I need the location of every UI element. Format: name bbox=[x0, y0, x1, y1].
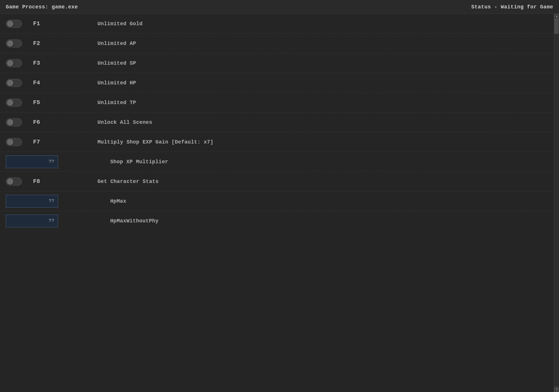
status-text: Status - Waiting for Game bbox=[471, 4, 553, 10]
cheat-row-f2: F2Unlimited AP bbox=[0, 34, 554, 53]
toggle-knob-f8 bbox=[7, 178, 13, 185]
toggle-knob-f5 bbox=[7, 99, 13, 106]
key-label-f8: F8 bbox=[28, 178, 45, 185]
input-field-hpmax-phy[interactable] bbox=[6, 215, 58, 227]
scroll-thumb[interactable] bbox=[554, 19, 558, 34]
cheat-name-f4: Unlimited HP bbox=[97, 80, 136, 86]
key-label-f4: F4 bbox=[28, 79, 45, 86]
cheat-name-hpmax: HpMax bbox=[110, 198, 126, 204]
cheat-name-f6: Unlock All Scenes bbox=[97, 119, 152, 125]
scroll-track[interactable] bbox=[554, 19, 559, 387]
input-field-hpmax[interactable] bbox=[6, 195, 58, 208]
cheat-name-f8: Get Character Stats bbox=[97, 179, 159, 184]
toggle-knob-f3 bbox=[7, 60, 13, 66]
key-label-f2: F2 bbox=[28, 40, 45, 47]
key-label-f3: F3 bbox=[28, 60, 45, 66]
toggle-f5[interactable] bbox=[6, 99, 22, 107]
cheat-name-hpmax-phy: HpMaxWithoutPhy bbox=[110, 218, 159, 224]
cheat-name-shop-xp: Shop XP Multiplier bbox=[110, 159, 168, 165]
cheat-list: F1Unlimited GoldF2Unlimited APF3Unlimite… bbox=[0, 14, 554, 392]
toggle-f4[interactable] bbox=[6, 79, 22, 87]
cheat-row-hpmax-phy: HpMaxWithoutPhy bbox=[0, 211, 554, 231]
key-label-f1: F1 bbox=[28, 20, 45, 27]
scroll-up-button[interactable]: ▲ bbox=[554, 14, 559, 19]
toggle-knob-f4 bbox=[7, 80, 13, 86]
cheat-row-f5: F5Unlimited TP bbox=[0, 93, 554, 112]
cheat-name-f3: Unlimited SP bbox=[97, 60, 136, 66]
key-label-f6: F6 bbox=[28, 119, 45, 126]
scroll-down-button[interactable]: ▼ bbox=[554, 387, 559, 392]
body-area: F1Unlimited GoldF2Unlimited APF3Unlimite… bbox=[0, 14, 559, 392]
toggle-f6[interactable] bbox=[6, 118, 22, 126]
toggle-knob-f6 bbox=[7, 119, 13, 126]
cheat-row-f7: F7Multiply Shop EXP Gain [Default: x7] bbox=[0, 132, 554, 152]
cheat-row-f3: F3Unlimited SP bbox=[0, 53, 554, 73]
cheat-row-f4: F4Unlimited HP bbox=[0, 73, 554, 93]
cheat-row-f8: F8Get Character Stats bbox=[0, 172, 554, 191]
toggle-f8[interactable] bbox=[6, 177, 22, 186]
key-label-f7: F7 bbox=[28, 139, 45, 145]
scrollbar: ▲ ▼ bbox=[554, 14, 559, 392]
input-field-shop-xp[interactable] bbox=[6, 155, 58, 168]
cheat-name-f7: Multiply Shop EXP Gain [Default: x7] bbox=[97, 139, 214, 145]
toggle-knob-f1 bbox=[7, 21, 13, 27]
toggle-f7[interactable] bbox=[6, 138, 22, 146]
cheat-row-shop-xp: Shop XP Multiplier bbox=[0, 152, 554, 172]
toggle-knob-f2 bbox=[7, 40, 13, 47]
key-label-f5: F5 bbox=[28, 99, 45, 106]
toggle-knob-f7 bbox=[7, 139, 13, 145]
app-window: Game Process: game.exe Status - Waiting … bbox=[0, 0, 559, 392]
title-bar: Game Process: game.exe Status - Waiting … bbox=[0, 0, 559, 14]
cheat-row-f1: F1Unlimited Gold bbox=[0, 14, 554, 34]
toggle-f2[interactable] bbox=[6, 39, 22, 48]
cheat-row-f6: F6Unlock All Scenes bbox=[0, 112, 554, 132]
toggle-f1[interactable] bbox=[6, 20, 22, 28]
cheat-name-f5: Unlimited TP bbox=[97, 100, 136, 106]
cheat-name-f1: Unlimited Gold bbox=[97, 21, 142, 27]
cheat-row-hpmax: HpMax bbox=[0, 191, 554, 211]
process-title: Game Process: game.exe bbox=[6, 4, 78, 10]
cheat-name-f2: Unlimited AP bbox=[97, 41, 136, 46]
toggle-f3[interactable] bbox=[6, 59, 22, 67]
